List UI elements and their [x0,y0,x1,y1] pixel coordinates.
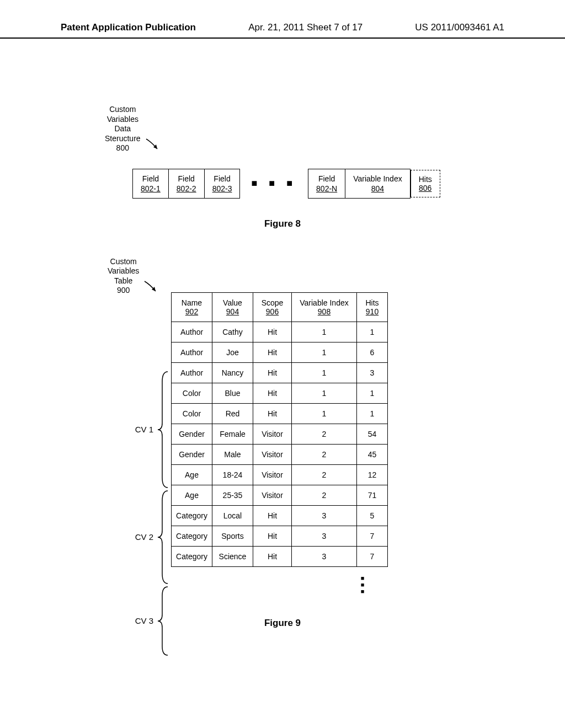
table-cell: 3 [292,505,357,526]
table-header-row: Name 902 Value 904 Scope 906 Variable [172,292,388,322]
th-bottom: 910 [361,307,383,316]
brace-icon [157,586,169,656]
table-cell: Hit [253,342,292,362]
table-row: AuthorJoeHit16 [172,342,388,362]
table-cell: Hit [253,362,292,383]
table-row: Age18-24Visitor212 [172,464,388,485]
table-row: ColorBlueHit11 [172,383,388,403]
th-bottom: 904 [217,307,248,316]
cell-top: Field [212,174,232,184]
table-cell: Hit [253,383,292,403]
table-cell: Nancy [212,362,253,383]
table-row: GenderFemaleVisitor254 [172,424,388,444]
fig8-cell: Field 802-3 [205,169,241,199]
cell-bottom: 802-1 [141,184,161,194]
table-cell: Hit [253,403,292,424]
table-cell: 5 [357,505,388,526]
table-cell: Age [172,464,212,485]
table-row: AuthorCathyHit11 [172,322,388,342]
table-cell: Hit [253,546,292,566]
cv2-label: CV 2 [135,490,169,585]
table-cell: 1 [292,342,357,362]
table-cell: Age [172,485,212,505]
page: Patent Application Publication Apr. 21, … [0,0,565,662]
th-top: Value [217,298,248,307]
table-body: AuthorCathyHit11AuthorJoeHit16AuthorNanc… [172,322,388,566]
fig9-label: Custom Variables Table 900 [108,257,139,296]
table-cell: Hit [253,526,292,546]
cell-bottom: 802-3 [212,184,232,194]
table-cell: Cathy [212,322,253,342]
table-cell: Local [212,505,253,526]
th-top: Scope [258,298,287,307]
table-cell: Color [172,383,212,403]
table-row: Age25-35Visitor271 [172,485,388,505]
table-cell: 25-35 [212,485,253,505]
table-cell: 3 [292,526,357,546]
table-cell: Female [212,424,253,444]
table-cell: 1 [292,403,357,424]
th-scope: Scope 906 [253,292,292,322]
table-cell: 3 [357,362,388,383]
table-row: AuthorNancyHit13 [172,362,388,383]
table-cell: 2 [292,464,357,485]
table-cell: Male [212,444,253,464]
table-cell: Joe [212,342,253,362]
header-center: Apr. 21, 2011 Sheet 7 of 17 [248,22,363,33]
table-cell: 1 [357,403,388,424]
cell-bottom: 804 [353,184,402,194]
table-cell: Visitor [253,485,292,505]
fig8-caption: Figure 8 [61,218,504,229]
header-left: Patent Application Publication [61,22,196,33]
table-cell: Visitor [253,444,292,464]
table-cell: 1 [292,322,357,342]
table-row: CategoryScienceHit37 [172,546,388,566]
th-index: Variable Index 908 [292,292,357,322]
table-cell: 54 [357,424,388,444]
table-cell: 1 [292,383,357,403]
brace-icon [157,371,169,489]
cell-top: Hits [419,175,432,184]
table-row: ColorRedHit11 [172,403,388,424]
table-cell: 12 [357,464,388,485]
fig8-cell: Field 802-2 [169,169,205,199]
th-name: Name 902 [172,292,212,322]
arrow-icon [145,137,162,153]
cell-top: Field [316,174,337,184]
table-cell: Hit [253,505,292,526]
table-cell: Blue [212,383,253,403]
th-top: Variable Index [296,298,352,307]
table-cell: 2 [292,444,357,464]
table-cell: Category [172,526,212,546]
fig8-cell-n: Field 802-N [308,169,345,199]
cell-top: Field [177,174,196,184]
content: Custom Variables Data Steructure 800 Fie… [0,39,565,662]
fig8-label: Custom Variables Data Steructure 800 [105,105,141,153]
fig8-cell: Field 802-1 [132,169,169,199]
cell-bottom: 806 [419,184,432,192]
table-cell: 45 [357,444,388,464]
table-cell: Hit [253,322,292,342]
table-cell: 2 [292,485,357,505]
fig8-hits-cell: Hits 806 [411,170,440,197]
cv-text: CV 1 [135,425,153,434]
table-cell: 6 [357,342,388,362]
table-row: CategoryLocalHit35 [172,505,388,526]
arrow-icon [143,279,160,296]
table-cell: Author [172,362,212,383]
fig9-caption: Figure 9 [61,618,504,629]
fig8-variable-index-cell: Variable Index 804 [345,169,410,199]
table-row: GenderMaleVisitor245 [172,444,388,464]
th-bottom: 908 [296,307,352,316]
th-bottom: 902 [176,307,207,316]
header-right: US 2011/0093461 A1 [415,22,504,33]
vertical-ellipsis-icon: ■■■ [221,575,504,595]
th-top: Name [176,298,207,307]
brace-icon [157,490,169,585]
table-cell: 2 [292,424,357,444]
table-cell: 18-24 [212,464,253,485]
cv3-label: CV 3 [135,586,169,656]
table-cell: 1 [357,383,388,403]
table-cell: Gender [172,424,212,444]
table-cell: Author [172,342,212,362]
